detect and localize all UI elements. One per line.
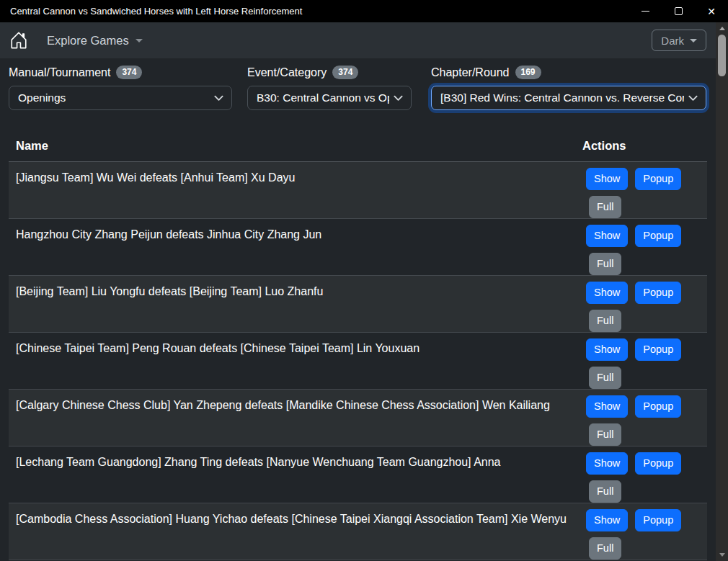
chapter-round-select[interactable]: [B30] Red Wins: Central Cannon vs. Rever…: [431, 86, 706, 110]
button-row: Show Popup: [586, 282, 700, 304]
minimize-icon: [642, 11, 649, 12]
explore-games-menu[interactable]: Explore Games: [47, 34, 143, 48]
column-header-name: Name: [16, 139, 582, 153]
full-button[interactable]: Full: [589, 480, 621, 503]
table-row: [Beijing Team] Liu Yongfu defeats [Beiji…: [9, 276, 707, 333]
scroll-up-button[interactable]: [716, 23, 728, 34]
caret-down-icon: [136, 39, 143, 42]
filter-label-row: Event/Category 374: [247, 66, 412, 79]
table-header: Name Actions: [9, 133, 707, 162]
game-name: [Chinese Taipei Team] Peng Rouan defeats…: [16, 338, 582, 383]
filter-label-row: Chapter/Round 169: [431, 66, 706, 79]
filter-label-row: Manual/Tournament 374: [9, 66, 232, 79]
show-button[interactable]: Show: [586, 509, 628, 531]
full-button[interactable]: Full: [589, 196, 621, 218]
navbar: Explore Games Dark: [0, 22, 716, 58]
table-row: [Chinese Taipei Team] Peng Rouan defeats…: [9, 333, 707, 390]
title-bar: Central Cannon vs Sandwiched Horses with…: [0, 0, 728, 22]
theme-dropdown-button[interactable]: Dark: [652, 30, 706, 51]
game-name: [Jiangsu Team] Wu Wei defeats [Anhui Tea…: [16, 168, 582, 212]
count-badge: 169: [515, 66, 541, 79]
scroll-down-button[interactable]: [716, 549, 728, 560]
select-value: B30: Central Cannon vs Opp: [257, 91, 389, 104]
filter-label: Event/Category: [247, 66, 327, 79]
count-badge: 374: [332, 66, 358, 79]
chevron-down-icon: [688, 93, 698, 104]
popup-button[interactable]: Popup: [635, 509, 681, 531]
filter-label: Manual/Tournament: [9, 66, 110, 79]
row-actions: Show Popup Full: [582, 168, 700, 212]
popup-button[interactable]: Popup: [635, 168, 681, 190]
full-button[interactable]: Full: [589, 537, 621, 560]
home-button[interactable]: [9, 31, 28, 50]
show-button[interactable]: Show: [586, 452, 628, 475]
triangle-down-icon: [719, 553, 725, 557]
show-button[interactable]: Show: [586, 395, 628, 418]
filter-label: Chapter/Round: [431, 66, 510, 79]
column-header-actions: Actions: [582, 139, 700, 153]
maximize-icon: [675, 7, 683, 15]
button-row: Full: [586, 367, 700, 389]
table-row: [Cambodia Chess Association] Huang Yicha…: [9, 503, 707, 560]
table-row: [Jiangsu Team] Wu Wei defeats [Anhui Tea…: [9, 162, 707, 219]
table-row: [Calgary Chinese Chess Club] Yan Zhepeng…: [9, 390, 707, 446]
game-name: Hangzhou City Zhang Peijun defeats Jinhu…: [16, 225, 582, 269]
close-button[interactable]: ✕: [695, 0, 728, 22]
popup-button[interactable]: Popup: [635, 338, 681, 361]
full-button[interactable]: Full: [589, 367, 621, 389]
minimize-button[interactable]: [629, 0, 662, 22]
theme-label: Dark: [661, 35, 684, 47]
house-icon: [9, 31, 28, 50]
event-category-select[interactable]: B30: Central Cannon vs Opp: [247, 86, 412, 110]
main-content: Manual/Tournament 374 Openings Event/Cat…: [0, 58, 716, 560]
full-button[interactable]: Full: [589, 253, 621, 275]
close-icon: ✕: [707, 6, 716, 17]
row-actions: Show Popup Full: [582, 395, 700, 440]
button-row: Show Popup: [586, 395, 700, 418]
chevron-down-icon: [213, 93, 224, 104]
show-button[interactable]: Show: [586, 225, 628, 247]
full-button[interactable]: Full: [589, 310, 621, 332]
triangle-up-icon: [719, 27, 725, 30]
button-row: Show Popup: [586, 168, 700, 190]
select-value: Openings: [18, 91, 66, 104]
button-row: Full: [586, 423, 700, 446]
full-button[interactable]: Full: [589, 423, 621, 446]
count-badge: 374: [116, 66, 142, 79]
filter-event-category: Event/Category 374 B30: Central Cannon v…: [247, 66, 412, 110]
game-name: [Beijing Team] Liu Yongfu defeats [Beiji…: [16, 282, 582, 326]
table-row: Hangzhou City Zhang Peijun defeats Jinhu…: [9, 219, 707, 276]
maximize-button[interactable]: [662, 0, 695, 22]
game-name: [Lechang Team Guangdong] Zhang Ting defe…: [16, 452, 582, 497]
manual-tournament-select[interactable]: Openings: [9, 86, 232, 110]
button-row: Show Popup: [586, 509, 700, 531]
button-row: Show Popup: [586, 338, 700, 361]
show-button[interactable]: Show: [586, 338, 628, 361]
window-title: Central Cannon vs Sandwiched Horses with…: [0, 6, 629, 17]
filter-manual-tournament: Manual/Tournament 374 Openings: [9, 66, 232, 110]
filter-bar: Manual/Tournament 374 Openings Event/Cat…: [0, 58, 716, 110]
button-row: Full: [586, 253, 700, 275]
scrollbar-thumb[interactable]: [718, 35, 726, 76]
row-actions: Show Popup Full: [582, 509, 700, 554]
row-actions: Show Popup Full: [582, 282, 700, 326]
show-button[interactable]: Show: [586, 282, 628, 304]
scrollbar[interactable]: [716, 22, 728, 561]
game-name: [Calgary Chinese Chess Club] Yan Zhepeng…: [16, 395, 582, 440]
popup-button[interactable]: Popup: [635, 282, 681, 304]
chevron-down-icon: [393, 93, 404, 104]
popup-button[interactable]: Popup: [635, 452, 681, 475]
row-actions: Show Popup Full: [582, 338, 700, 383]
show-button[interactable]: Show: [586, 168, 628, 190]
table-row: [Lechang Team Guangdong] Zhang Ting defe…: [9, 446, 707, 503]
popup-button[interactable]: Popup: [635, 395, 681, 418]
button-row: Full: [586, 196, 700, 218]
button-row: Full: [586, 537, 700, 560]
filter-chapter-round: Chapter/Round 169 [B30] Red Wins: Centra…: [431, 66, 706, 110]
button-row: Show Popup: [586, 225, 700, 247]
caret-down-icon: [690, 39, 697, 42]
row-actions: Show Popup Full: [582, 452, 700, 497]
games-table: Name Actions [Jiangsu Team] Wu Wei defea…: [9, 133, 707, 560]
popup-button[interactable]: Popup: [635, 225, 681, 247]
app-window: { "window": { "title": "Central Cannon v…: [0, 0, 728, 561]
